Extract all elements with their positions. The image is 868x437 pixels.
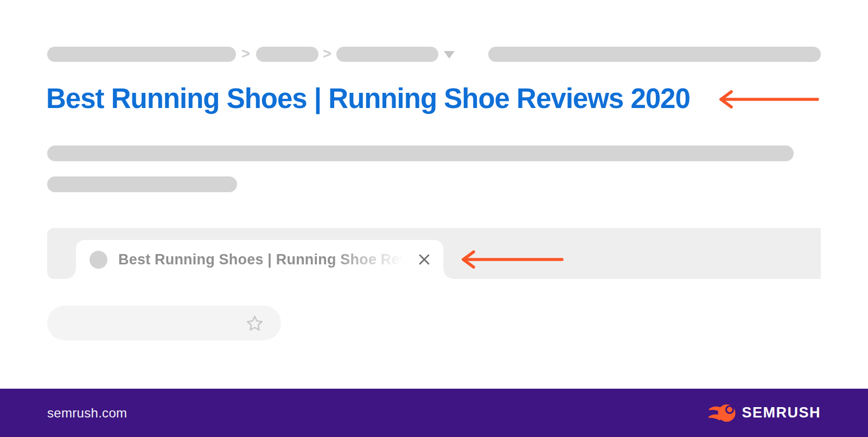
serp-title-link[interactable]: Best Running Shoes | Running Shoe Review… [46, 83, 708, 115]
title-annotation-arrow [717, 88, 821, 110]
address-bar-placeholder[interactable] [47, 306, 281, 340]
footer-bar: semrush.com SEMRUSH [0, 389, 868, 437]
semrush-flame-icon [708, 403, 736, 423]
tab-title-label: Best Running Shoes | Running Shoe Rev [118, 251, 413, 268]
description-placeholder-1 [47, 145, 794, 161]
breadcrumb-placeholder-2 [256, 47, 318, 62]
header-placeholder-bar [488, 47, 821, 62]
breadcrumb-chevron-icon: > [240, 46, 252, 62]
left-arrow-icon [717, 88, 821, 110]
footer-site-url: semrush.com [47, 406, 127, 421]
semrush-logo: SEMRUSH [708, 403, 821, 423]
breadcrumb-placeholder-1 [47, 47, 236, 62]
tab-close-icon[interactable] [417, 252, 431, 267]
dropdown-triangle-icon [444, 51, 455, 59]
description-placeholder-2 [47, 176, 237, 192]
semrush-wordmark: SEMRUSH [742, 404, 821, 421]
bookmark-star-icon[interactable] [245, 314, 265, 334]
tab-annotation-arrow [459, 249, 565, 270]
breadcrumb-placeholder-3 [336, 47, 438, 62]
favicon-placeholder-icon [90, 251, 107, 269]
left-arrow-icon [459, 249, 565, 270]
breadcrumb-chevron-icon: > [321, 46, 333, 62]
browser-tab[interactable]: Best Running Shoes | Running Shoe Rev [76, 240, 443, 279]
